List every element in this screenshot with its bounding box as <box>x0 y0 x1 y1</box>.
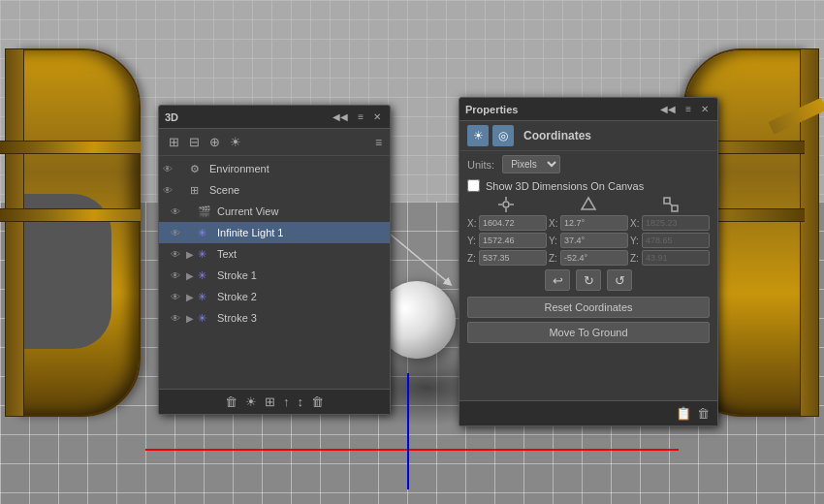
svg-point-2 <box>503 202 509 207</box>
coord-z-scale: Z: <box>630 250 710 266</box>
y-scale-input[interactable] <box>642 233 710 248</box>
props-bottom-toolbar: 📋 🗑 <box>460 400 717 425</box>
show3d-checkbox[interactable] <box>467 179 480 192</box>
add-mesh-icon[interactable]: ⊞ <box>265 394 275 409</box>
eye-icon-s3[interactable]: 👁 <box>171 313 186 324</box>
tab-sun-btn[interactable]: ☀ <box>467 125 489 146</box>
y-rot-input[interactable] <box>560 233 628 248</box>
panel-3d-bottom-toolbar: 🗑 ☀ ⊞ ↑ ↕ 🗑 <box>159 389 390 414</box>
coord-x-scale: X: <box>630 215 710 231</box>
undo-btn[interactable]: ↩ <box>545 269 570 291</box>
units-select[interactable]: Pixels Inches cm mm <box>502 155 560 173</box>
y-axis-label-rot: Y: <box>549 236 558 246</box>
z-rot-input[interactable] <box>560 250 628 266</box>
rotation-col-icon <box>550 196 628 213</box>
redo-btn[interactable]: ↻ <box>576 269 601 291</box>
coord-z-rot: Z: <box>549 250 628 266</box>
layer-icon-env: ⚙ <box>190 163 206 175</box>
panel-3d-title: 3D <box>165 111 178 123</box>
trash-icon[interactable]: 🗑 <box>311 394 324 409</box>
layer-icon-cv: 🎬 <box>198 205 213 218</box>
eye-icon-il1[interactable]: 👁 <box>171 228 186 238</box>
z-scale-input[interactable] <box>642 250 710 266</box>
expand-s2[interactable]: ▶ <box>186 292 198 302</box>
layer-environment[interactable]: 👁 ⚙ Environment <box>159 158 390 179</box>
add-object-icon[interactable]: ⊞ <box>167 133 181 151</box>
y-axis-label-pos: Y: <box>467 236 477 246</box>
props-delete-icon[interactable]: 🗑 <box>697 406 710 421</box>
layer-name-text: Text <box>217 248 386 260</box>
show3d-label[interactable]: Show 3D Dimensions On Canvas <box>486 180 644 192</box>
coord-x-rot: X: <box>549 215 628 231</box>
layer-icon-s1: ✳ <box>198 269 213 282</box>
panel-3d-toolbar: ⊞ ⊟ ⊕ ☀ ≡ <box>159 129 390 156</box>
scale-col-icon <box>631 196 710 213</box>
y-pos-input[interactable] <box>479 233 547 248</box>
coordinates-section-title: Coordinates <box>523 129 591 142</box>
add-light-bottom-icon[interactable]: ☀ <box>245 394 257 409</box>
eye-icon-text[interactable]: 👁 <box>171 249 186 260</box>
layer-scene[interactable]: 👁 ⊞ Scene <box>159 179 390 201</box>
redo2-btn[interactable]: ↺ <box>607 269 632 291</box>
props-copy-icon[interactable]: 📋 <box>676 406 691 421</box>
move-down-icon[interactable]: ↕ <box>298 394 304 409</box>
z-pos-input[interactable] <box>479 250 547 266</box>
x-rot-input[interactable] <box>560 215 628 231</box>
panel-props-header-controls: ◀◀ ≡ ✕ <box>657 103 712 115</box>
move-to-ground-btn[interactable]: Move To Ground <box>467 322 710 343</box>
svg-rect-9 <box>672 205 678 211</box>
layer-icon-text: ✳ <box>198 248 213 261</box>
panel-3d: 3D ◀◀ ≡ ✕ ⊞ ⊟ ⊕ ☀ ≡ 👁 ⚙ Environment 👁 ⊞ … <box>158 105 391 415</box>
undo-redo-row: ↩ ↻ ↺ <box>460 266 717 295</box>
panel-3d-close-btn[interactable]: ✕ <box>370 110 384 123</box>
layer-infinite-light-1[interactable]: 👁 ✳ Infinite Light 1 <box>159 222 390 243</box>
merge-icon[interactable]: ⊟ <box>187 133 202 151</box>
position-col-icon <box>467 196 546 213</box>
x-axis-label-scale: X: <box>630 218 640 229</box>
panel-props-menu-btn[interactable]: ≡ <box>682 103 694 115</box>
y-axis-label-scale: Y: <box>630 236 640 246</box>
x-scale-input[interactable] <box>642 215 710 231</box>
coord-z-pos: Z: <box>467 250 547 266</box>
delete-icon[interactable]: 🗑 <box>225 394 238 409</box>
layer-icon-scene: ⊞ <box>190 184 206 197</box>
layer-text[interactable]: 👁 ▶ ✳ Text <box>159 243 390 265</box>
panel-3d-options-menu[interactable]: ≡ <box>375 136 382 149</box>
coord-y-rot: Y: <box>549 233 628 248</box>
layer-stroke-2[interactable]: 👁 ▶ ✳ Stroke 2 <box>159 286 390 307</box>
panel-properties: Properties ◀◀ ≡ ✕ ☀ ◎ Coordinates Units:… <box>459 97 718 426</box>
units-row: Units: Pixels Inches cm mm <box>460 151 717 177</box>
panel-props-collapse-btn[interactable]: ◀◀ <box>657 103 679 115</box>
expand-text[interactable]: ▶ <box>186 249 198 260</box>
move-up-icon[interactable]: ↑ <box>283 394 290 409</box>
eye-icon-cv[interactable]: 👁 <box>171 206 186 217</box>
eye-icon-env[interactable]: 👁 <box>163 164 178 174</box>
svg-line-10 <box>670 204 672 205</box>
layer-stroke-3[interactable]: 👁 ▶ ✳ Stroke 3 <box>159 307 390 329</box>
panel-props-close-btn[interactable]: ✕ <box>698 103 712 115</box>
show3d-row: Show 3D Dimensions On Canvas <box>460 177 717 194</box>
tab-coord-btn[interactable]: ◎ <box>492 125 514 146</box>
expand-s3[interactable]: ▶ <box>186 313 198 324</box>
panel-3d-menu-btn[interactable]: ≡ <box>355 110 366 123</box>
eye-icon-s1[interactable]: 👁 <box>171 270 186 281</box>
sun-icon[interactable]: ☀ <box>228 133 243 151</box>
layer-stroke-1[interactable]: 👁 ▶ ✳ Stroke 1 <box>159 265 390 286</box>
left-3d-decoration <box>0 19 160 436</box>
props-tabs: ☀ ◎ Coordinates <box>460 121 717 151</box>
expand-s1[interactable]: ▶ <box>186 270 198 281</box>
reset-coordinates-btn[interactable]: Reset Coordinates <box>467 297 710 318</box>
panel-3d-collapse-btn[interactable]: ◀◀ <box>330 110 351 123</box>
coords-grid: X: X: X: Y: Y: Y: Z: Z: <box>460 215 717 266</box>
layers-list: 👁 ⚙ Environment 👁 ⊞ Scene 👁 🎬 Current Vi… <box>159 156 390 331</box>
layer-name-il1: Infinite Light 1 <box>217 227 386 238</box>
layer-current-view[interactable]: 👁 🎬 Current View <box>159 201 390 222</box>
eye-icon-s2[interactable]: 👁 <box>171 292 186 302</box>
coord-y-scale: Y: <box>630 233 710 248</box>
layer-name-env: Environment <box>209 163 386 174</box>
units-label: Units: <box>467 159 494 171</box>
x-pos-input[interactable] <box>479 215 547 231</box>
layer-icon-s3: ✳ <box>198 312 213 325</box>
add-light-icon[interactable]: ⊕ <box>207 133 222 151</box>
eye-icon-scene[interactable]: 👁 <box>163 185 178 196</box>
